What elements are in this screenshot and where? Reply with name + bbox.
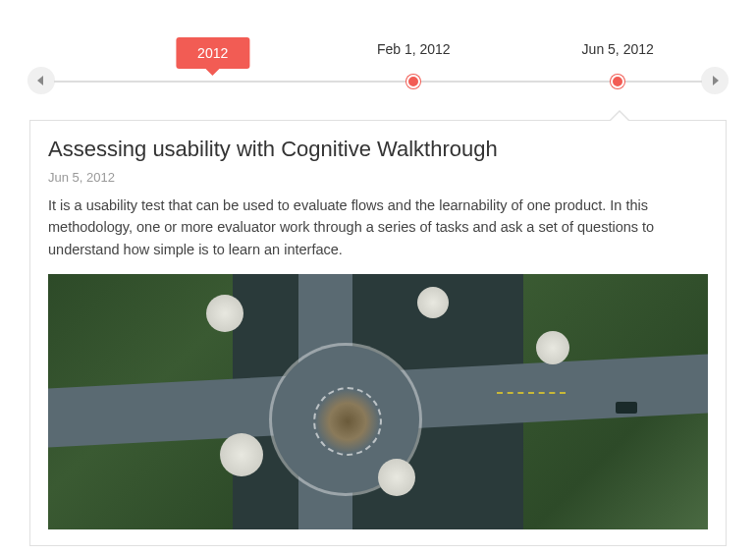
timeline-event-dot[interactable] [406, 75, 420, 88]
card-pointer-arrow [609, 110, 630, 121]
timeline-event-label: Jun 5, 2012 [582, 41, 654, 57]
svg-marker-1 [713, 76, 719, 85]
card-date: Jun 5, 2012 [48, 170, 708, 185]
timeline-track: 2012 Feb 1, 2012 Jun 5, 2012 [54, 81, 702, 83]
timeline: 2012 Feb 1, 2012 Jun 5, 2012 [0, 0, 756, 83]
timeline-prev-button[interactable] [27, 67, 55, 94]
timeline-event: Jun 5, 2012 [611, 75, 624, 88]
chevron-right-icon [711, 76, 719, 85]
svg-marker-0 [37, 76, 43, 85]
timeline-next-button[interactable] [701, 67, 729, 94]
timeline-event-label: Feb 1, 2012 [377, 41, 451, 57]
card-title: Assessing usability with Cognitive Walkt… [48, 137, 708, 162]
year-badge: 2012 [176, 37, 249, 69]
chevron-left-icon [37, 76, 45, 85]
timeline-event-dot[interactable] [611, 75, 624, 88]
card-image [48, 274, 708, 529]
timeline-event: Feb 1, 2012 [406, 75, 420, 88]
card-body: It is a usability test that can be used … [48, 194, 708, 260]
event-card: Assessing usability with Cognitive Walkt… [29, 120, 727, 546]
